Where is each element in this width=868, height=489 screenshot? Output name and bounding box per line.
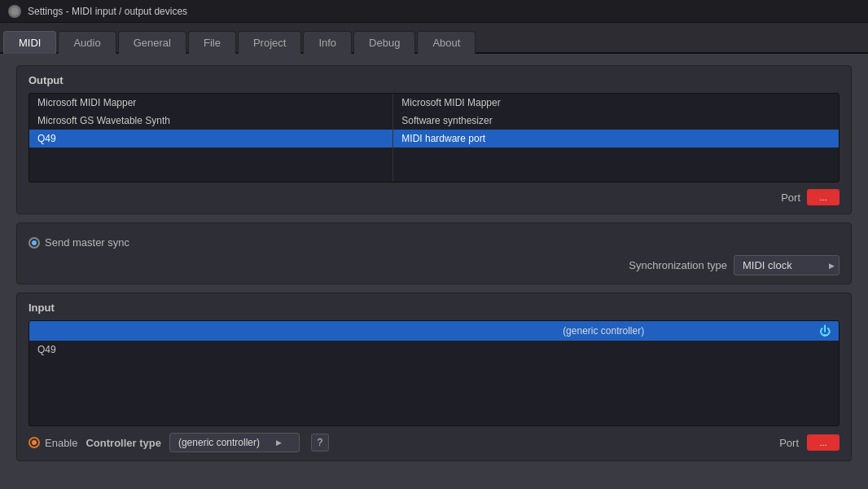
sync-type-label: Synchronization type (629, 259, 727, 271)
sync-type-select[interactable]: MIDI clock MTC (734, 255, 840, 275)
tab-project[interactable]: Project (238, 31, 301, 54)
question-button[interactable]: ? (311, 434, 329, 452)
output-right-list[interactable]: Microsoft MIDI Mapper Software synthesiz… (393, 94, 839, 182)
output-device-list: Microsoft MIDI Mapper Microsoft GS Wavet… (28, 93, 840, 183)
output-port-button[interactable]: ... (807, 189, 840, 205)
input-section-title: Input (28, 302, 840, 314)
tab-bar: MIDI Audio General File Project Info Deb… (0, 23, 868, 54)
input-device-list[interactable]: (generic controller) ⏻ Q49 (28, 320, 840, 426)
send-master-sync-label[interactable]: Send master sync (28, 236, 129, 249)
title-bar: Settings - MIDI input / output devices (0, 0, 868, 23)
input-row-1[interactable]: Q49 (29, 341, 839, 359)
tab-audio[interactable]: Audio (58, 31, 116, 54)
tab-general[interactable]: General (118, 31, 186, 54)
main-content: Output Microsoft MIDI Mapper Microsoft G… (0, 54, 868, 489)
output-right-item-2[interactable]: MIDI hardware port (393, 130, 839, 148)
send-master-sync-row: Send master sync (28, 236, 840, 249)
controller-type-select[interactable]: (generic controller) (169, 433, 300, 452)
controller-type-label: Controller type (85, 437, 160, 449)
tab-file[interactable]: File (188, 31, 236, 54)
sync-type-row: Synchronization type MIDI clock MTC (28, 255, 840, 275)
window-title: Settings - MIDI input / output devices (28, 6, 187, 17)
input-controller-name-0: (generic controller) (394, 325, 813, 337)
sync-section: Send master sync Synchronization type MI… (16, 222, 852, 284)
app-icon (8, 5, 21, 18)
output-left-item-2[interactable]: Q49 (29, 130, 392, 148)
send-master-sync-radio[interactable] (28, 237, 40, 249)
tab-midi[interactable]: MIDI (3, 31, 56, 54)
input-row-0[interactable]: (generic controller) ⏻ (29, 321, 839, 341)
output-left-item-0[interactable]: Microsoft MIDI Mapper (29, 94, 392, 112)
output-right-item-1[interactable]: Software synthesizer (393, 112, 839, 130)
output-left-item-1[interactable]: Microsoft GS Wavetable Synth (29, 112, 392, 130)
output-port-label: Port (781, 192, 800, 204)
power-icon-0[interactable]: ⏻ (819, 324, 831, 337)
output-port-row: Port ... (28, 189, 840, 205)
enable-radio[interactable] (28, 437, 40, 448)
tab-info[interactable]: Info (303, 31, 352, 54)
output-right-item-0[interactable]: Microsoft MIDI Mapper (393, 94, 839, 112)
controller-type-wrapper: (generic controller) (169, 433, 300, 452)
input-port-button[interactable]: ... (807, 434, 840, 451)
enable-label[interactable]: Enable (28, 437, 77, 449)
output-section: Output Microsoft MIDI Mapper Microsoft G… (16, 65, 852, 214)
input-port-label: Port (779, 437, 799, 449)
input-bottom-row: Enable Controller type (generic controll… (28, 433, 840, 452)
output-section-title: Output (28, 74, 840, 86)
sync-type-dropdown-wrapper: MIDI clock MTC (734, 255, 840, 275)
tab-about[interactable]: About (417, 31, 476, 54)
output-left-list[interactable]: Microsoft MIDI Mapper Microsoft GS Wavet… (29, 94, 393, 182)
input-section: Input (generic controller) ⏻ Q49 Enable … (16, 293, 852, 461)
input-device-name-1: Q49 (37, 344, 394, 355)
tab-debug[interactable]: Debug (353, 31, 415, 54)
